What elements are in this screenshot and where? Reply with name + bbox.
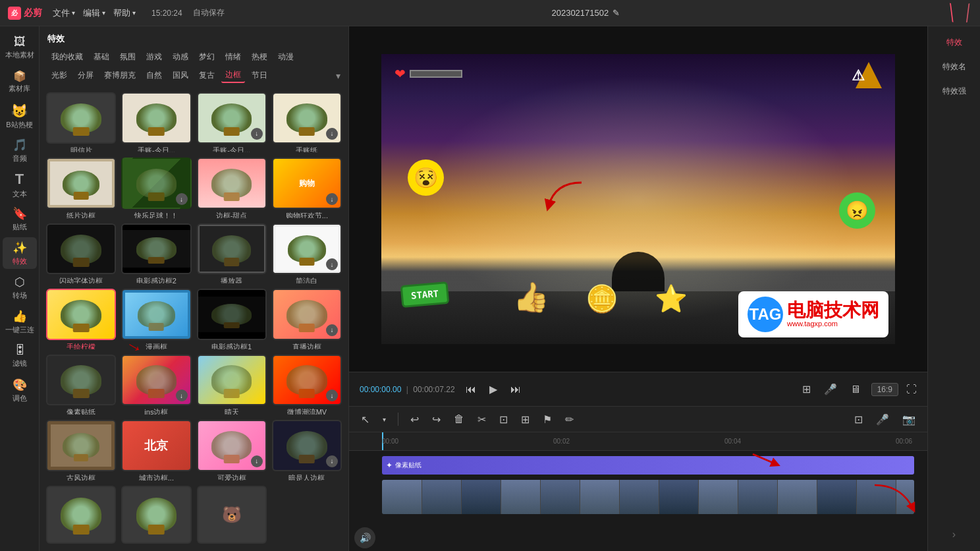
menu-file[interactable]: 文件 ▾: [53, 7, 75, 19]
sidebar-item-effects[interactable]: ✨ 特效: [3, 237, 37, 269]
tab-chinese[interactable]: 国风: [169, 69, 192, 82]
library-icon: 📦: [13, 70, 26, 82]
tab-dynamic[interactable]: 动感: [169, 50, 192, 64]
effect-cute[interactable]: ↓ 可爱边框: [197, 420, 267, 480]
tab-holiday[interactable]: 节日: [248, 69, 271, 82]
split-button[interactable]: ⊡: [495, 411, 512, 428]
local-label: 本地素材: [5, 50, 34, 60]
mute-button[interactable]: 🔊: [354, 527, 375, 548]
effect-paper2[interactable]: 纸片边框: [46, 158, 116, 218]
right-tab-name[interactable]: 特效名: [931, 56, 977, 78]
tab-anime[interactable]: 动漫: [274, 50, 298, 64]
effect-mingxinpian[interactable]: 明信片: [46, 92, 116, 152]
select-dropdown[interactable]: ▾: [379, 413, 390, 426]
effect-dark[interactable]: ↓ 暗是人边框: [272, 420, 342, 480]
mark-button[interactable]: ⚑: [539, 411, 556, 428]
effect-misc1[interactable]: [46, 486, 116, 546]
skip-forward-button[interactable]: ⏭: [508, 381, 524, 398]
sidebar-item-colorgrade[interactable]: 🎨 调色: [3, 374, 37, 406]
tab-meme[interactable]: 热梗: [248, 50, 271, 64]
tab-fantasy[interactable]: 梦幻: [195, 50, 219, 64]
skip-back-button[interactable]: ⏮: [463, 381, 479, 398]
fullscreen-button[interactable]: ⛶: [906, 384, 917, 395]
effect-misc3[interactable]: 🐻: [197, 486, 267, 546]
tab-retro[interactable]: 复古: [195, 69, 219, 82]
menu-help[interactable]: 帮助 ▾: [113, 7, 136, 19]
sidebar-item-text[interactable]: T 文本: [3, 169, 37, 200]
screen-capture[interactable]: 📷: [898, 411, 919, 428]
effect-badge-17: ↓: [176, 390, 188, 401]
right-collapse-btn[interactable]: ›: [947, 523, 961, 546]
sidebar-item-audio[interactable]: 🎵 音频: [3, 134, 37, 166]
tab-collection[interactable]: 我的收藏: [47, 50, 87, 64]
tab-cyberpunk[interactable]: 赛博朋克: [100, 69, 140, 82]
sidebar-item-local[interactable]: 🖼 本地素材: [3, 32, 37, 63]
effect-simple[interactable]: ↓ 简洁白: [272, 223, 342, 283]
pen-button[interactable]: ✏: [561, 411, 578, 428]
effect-candy[interactable]: 边框-甜点: [197, 158, 267, 218]
undo-button[interactable]: ↩: [406, 411, 423, 428]
mic-button[interactable]: 🎤: [821, 380, 840, 398]
redo-button[interactable]: ↪: [428, 411, 445, 428]
topbar: 必 必剪 文件 ▾ 编辑 ▾ 帮助 ▾ 15:20:24 自动保存 202302…: [0, 0, 980, 26]
effect-paper[interactable]: ↓ 手账纸: [272, 92, 342, 152]
delete-button[interactable]: 🗑: [450, 411, 468, 428]
screen-button[interactable]: 🖥: [848, 381, 863, 398]
effect-cinema[interactable]: 电影感边框2: [121, 223, 191, 283]
select-tool[interactable]: ↖: [357, 411, 373, 428]
effect-journal2[interactable]: ↓ 手账-今日...: [197, 92, 267, 152]
ratio-badge[interactable]: 16:9: [871, 383, 898, 396]
effects-clip[interactable]: ✦ 像素贴纸: [382, 456, 914, 475]
sidebar-item-sticker[interactable]: 🔖 贴纸: [3, 203, 37, 235]
effects-track: ✦ 像素贴纸: [382, 456, 927, 475]
right-tab-strength[interactable]: 特效强: [931, 80, 977, 102]
effect-flash[interactable]: 闪动字体边框: [46, 223, 116, 283]
sidebar-item-filter[interactable]: 🎛 滤镜: [3, 340, 37, 372]
sidebar-item-library[interactable]: 📦 素材库: [3, 66, 37, 98]
sidebar-item-oneclick[interactable]: 👍 一键三连: [3, 306, 37, 337]
effect-name-20: 古风边框: [46, 473, 116, 480]
effect-journal1[interactable]: 手账-今日...: [121, 92, 191, 152]
effect-weibo[interactable]: ↓ 微博潮流MV: [272, 355, 342, 415]
sidebar-item-bilibili[interactable]: 😺 B站热梗: [3, 100, 37, 132]
effect-city[interactable]: 北京 城市边框...: [121, 420, 191, 480]
effect-vintage[interactable]: 古风边框: [46, 420, 116, 480]
effect-ins[interactable]: ↓ ins边框: [121, 355, 191, 415]
play-button[interactable]: ▶: [487, 380, 500, 398]
right-tab-effects[interactable]: 特效: [931, 32, 977, 53]
effect-misc2[interactable]: [121, 486, 191, 546]
crop-button[interactable]: ⊞: [800, 380, 813, 398]
vt-1: [422, 480, 461, 514]
effect-football[interactable]: ↓ 快乐足球！！: [121, 158, 191, 218]
effect-thumb-journal2: ↓: [197, 92, 267, 144]
tab-border[interactable]: 边框: [221, 68, 245, 83]
effect-pixel[interactable]: 像素贴纸: [46, 355, 116, 415]
tab-light[interactable]: 光影: [47, 69, 71, 82]
merge-button[interactable]: ⊞: [517, 411, 533, 428]
effect-shopping[interactable]: 购物 ↓ 购物狂欢节...: [272, 158, 342, 218]
effect-comic[interactable]: 漫画框: [121, 289, 191, 349]
tab-game[interactable]: 游戏: [142, 50, 166, 64]
tab-atmosphere[interactable]: 氛围: [116, 50, 140, 64]
video-clip[interactable]: [382, 480, 914, 514]
tab-emotion[interactable]: 情绪: [221, 50, 245, 64]
effect-live[interactable]: ↓ 直播边框: [272, 289, 342, 349]
slash-deco1: ╲: [944, 3, 958, 22]
more-arrow[interactable]: ▾: [336, 71, 340, 81]
effect-sunny[interactable]: 晴天: [197, 355, 267, 415]
tab-split[interactable]: 分屏: [74, 69, 97, 82]
effect-thumb-candy: [197, 158, 267, 209]
tab-nature[interactable]: 自然: [142, 69, 166, 82]
tab-basic[interactable]: 基础: [90, 50, 113, 64]
scale-button[interactable]: ⊡: [850, 411, 867, 428]
red-arrow-timeline-2: [868, 478, 921, 518]
effect-badge-3: ↓: [326, 128, 338, 140]
effect-cinema2[interactable]: 电影感边框1: [197, 289, 267, 349]
audio-record[interactable]: 🎤: [872, 411, 893, 428]
menu-edit[interactable]: 编辑 ▾: [83, 7, 105, 19]
effect-player[interactable]: 播放器: [197, 223, 267, 283]
bilibili-label: B站热梗: [6, 120, 32, 130]
cut-button[interactable]: ✂: [474, 411, 490, 428]
sidebar-item-transition[interactable]: ⬡ 转场: [3, 272, 37, 303]
effect-handlemon[interactable]: 手绘柠檬: [46, 289, 116, 349]
